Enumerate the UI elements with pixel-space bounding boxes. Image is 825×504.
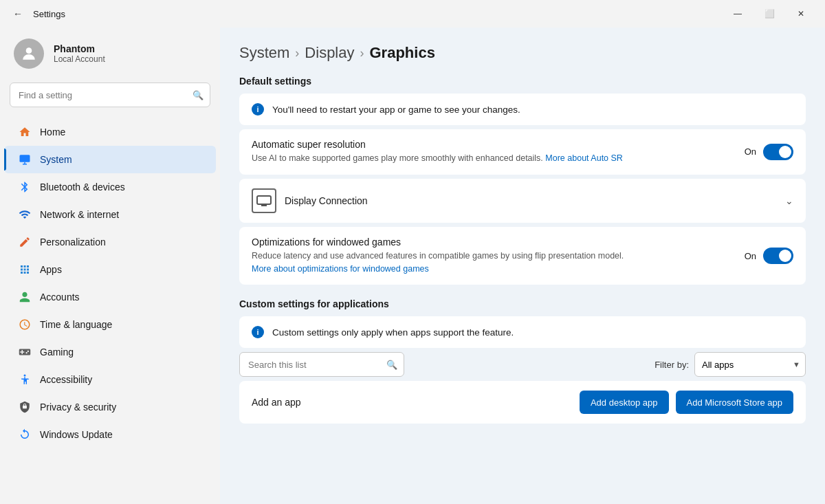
main-content: System › Display › Graphics Default sett… xyxy=(220,28,825,504)
default-settings-info-card: i You'll need to restart your app or gam… xyxy=(239,94,806,125)
auto-sr-link[interactable]: More about Auto SR xyxy=(545,153,623,163)
monitor-icon xyxy=(252,188,276,213)
breadcrumb-graphics: Graphics xyxy=(370,44,435,62)
user-profile: Phantom Local Account xyxy=(0,28,220,83)
search-input[interactable] xyxy=(10,83,210,107)
privacy-icon xyxy=(18,400,32,414)
home-icon xyxy=(18,125,32,139)
auto-sr-toggle[interactable] xyxy=(763,144,793,160)
sidebar-label-privacy: Privacy & security xyxy=(40,402,116,413)
avatar xyxy=(14,39,44,69)
windowed-games-right: On xyxy=(745,248,793,264)
user-name: Phantom xyxy=(54,43,105,54)
breadcrumb: System › Display › Graphics xyxy=(239,44,806,62)
chevron-down-icon: ⌄ xyxy=(785,195,793,206)
svg-point-4 xyxy=(24,375,26,377)
info-icon: i xyxy=(252,103,264,116)
user-info: Phantom Local Account xyxy=(54,43,105,64)
sidebar-item-home[interactable]: Home xyxy=(4,118,216,146)
sidebar: Phantom Local Account 🔍 Home System xyxy=(0,28,220,504)
auto-sr-toggle-label: On xyxy=(745,146,756,157)
search-list-input[interactable] xyxy=(239,352,404,377)
add-app-buttons: Add desktop app Add Microsoft Store app xyxy=(580,391,793,414)
sidebar-label-accessibility: Accessibility xyxy=(40,374,92,385)
sidebar-label-gaming: Gaming xyxy=(40,347,74,358)
search-box: 🔍 xyxy=(10,83,210,107)
sidebar-item-update[interactable]: Windows Update xyxy=(4,421,216,448)
accounts-icon xyxy=(18,290,32,304)
auto-sr-right: On xyxy=(745,144,793,160)
windowed-games-link[interactable]: More about optimizations for windowed ga… xyxy=(252,264,429,274)
default-settings-title: Default settings xyxy=(239,76,806,87)
sidebar-item-gaming[interactable]: Gaming xyxy=(4,338,216,366)
app-body: Phantom Local Account 🔍 Home System xyxy=(0,28,825,504)
apps-icon xyxy=(18,263,32,276)
windowed-games-toggle[interactable] xyxy=(763,248,793,264)
sidebar-label-update: Windows Update xyxy=(40,429,113,440)
custom-settings-title: Custom settings for applications xyxy=(239,298,806,309)
windowed-games-row: Optimizations for windowed games Reduce … xyxy=(239,227,806,285)
update-icon xyxy=(18,428,32,441)
sidebar-item-apps[interactable]: Apps xyxy=(4,256,216,283)
sidebar-item-privacy[interactable]: Privacy & security xyxy=(4,393,216,421)
bluetooth-icon xyxy=(18,180,32,194)
auto-sr-row: Automatic super resolution Use AI to mak… xyxy=(239,129,806,175)
custom-info-icon: i xyxy=(252,326,264,338)
system-icon xyxy=(18,153,32,166)
window-title: Settings xyxy=(33,9,65,19)
add-desktop-app-button[interactable]: Add desktop app xyxy=(580,391,669,414)
default-settings-info-text: You'll need to restart your app or game … xyxy=(272,105,520,115)
sidebar-label-bluetooth: Bluetooth & devices xyxy=(40,182,125,193)
maximize-button[interactable]: ⬜ xyxy=(754,3,785,25)
breadcrumb-sep-2: › xyxy=(360,46,364,61)
windowed-games-title: Optimizations for windowed games xyxy=(252,237,624,248)
windowed-games-toggle-label: On xyxy=(745,251,756,261)
breadcrumb-sep-1: › xyxy=(295,46,299,61)
add-app-label: Add an app xyxy=(252,397,301,408)
custom-settings-info-card: i Custom settings only apply when apps s… xyxy=(239,316,806,348)
add-app-row: Add an app Add desktop app Add Microsoft… xyxy=(239,381,806,424)
add-store-app-button[interactable]: Add Microsoft Store app xyxy=(676,391,793,414)
svg-rect-5 xyxy=(257,196,271,204)
sidebar-label-home: Home xyxy=(40,127,65,138)
windowed-games-left: Optimizations for windowed games Reduce … xyxy=(252,237,624,276)
minimize-button[interactable]: — xyxy=(722,3,754,25)
sidebar-item-accounts[interactable]: Accounts xyxy=(4,283,216,311)
sidebar-label-apps: Apps xyxy=(40,264,62,275)
svg-point-0 xyxy=(26,47,32,54)
display-connection-title: Display Connection xyxy=(285,195,368,206)
sidebar-label-time: Time & language xyxy=(40,319,112,330)
breadcrumb-display[interactable]: Display xyxy=(305,44,354,62)
svg-rect-1 xyxy=(20,155,30,162)
display-connection-row[interactable]: Display Connection ⌄ xyxy=(239,179,806,223)
sidebar-item-personalization[interactable]: Personalization xyxy=(4,228,216,256)
sidebar-item-bluetooth[interactable]: Bluetooth & devices xyxy=(4,173,216,201)
auto-sr-title: Automatic super resolution xyxy=(252,139,623,150)
filter-select-wrap: All apps Desktop apps Microsoft Store ap… xyxy=(694,352,806,377)
time-icon xyxy=(18,318,32,331)
close-button[interactable]: ✕ xyxy=(785,3,817,25)
accessibility-icon xyxy=(18,373,32,386)
breadcrumb-system[interactable]: System xyxy=(239,44,289,62)
sidebar-item-time[interactable]: Time & language xyxy=(4,311,216,338)
back-button[interactable]: ← xyxy=(8,4,28,23)
auto-sr-desc: Use AI to make supported games play more… xyxy=(252,152,623,165)
sidebar-label-personalization: Personalization xyxy=(40,237,106,248)
sidebar-item-system[interactable]: System xyxy=(4,146,216,173)
custom-search-filter-row: 🔍 Filter by: All apps Desktop apps Micro… xyxy=(239,352,806,377)
filter-select[interactable]: All apps Desktop apps Microsoft Store ap… xyxy=(694,352,806,377)
sidebar-item-network[interactable]: Network & internet xyxy=(4,201,216,228)
custom-settings-info-text: Custom settings only apply when apps sup… xyxy=(272,327,514,338)
filter-label: Filter by: xyxy=(654,360,689,370)
display-connection-left: Display Connection xyxy=(252,188,368,213)
sidebar-label-accounts: Accounts xyxy=(40,292,80,303)
user-sub: Local Account xyxy=(54,54,105,64)
gaming-icon xyxy=(18,345,32,359)
sidebar-label-network: Network & internet xyxy=(40,209,119,220)
windowed-games-desc: Reduce latency and use advanced features… xyxy=(252,250,624,276)
sidebar-item-accessibility[interactable]: Accessibility xyxy=(4,366,216,393)
filter-row: Filter by: All apps Desktop apps Microso… xyxy=(654,352,806,377)
search-list-box: 🔍 xyxy=(239,352,404,377)
network-icon xyxy=(18,208,32,221)
personalization-icon xyxy=(18,235,32,249)
